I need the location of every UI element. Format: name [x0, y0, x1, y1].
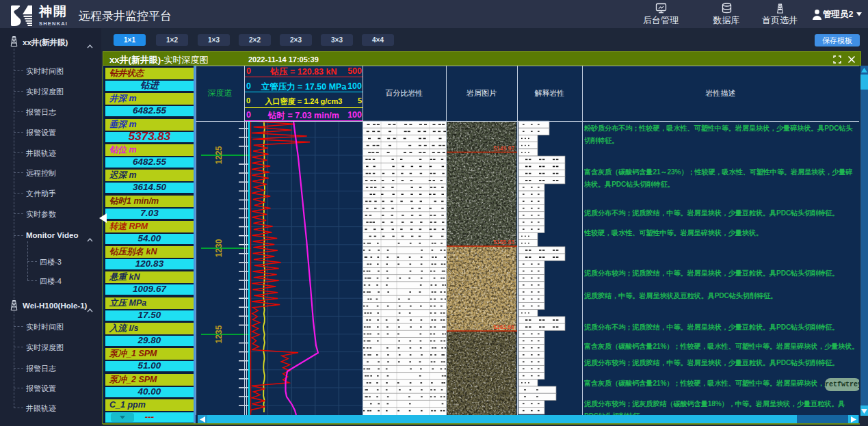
svg-text:5149.97: 5149.97 — [493, 145, 514, 152]
svg-text:5161.66: 5161.66 — [493, 323, 514, 330]
svg-text:1225: 1225 — [214, 146, 224, 164]
svg-text:5155.83: 5155.83 — [493, 239, 514, 245]
svg-text:1230: 1230 — [214, 239, 224, 257]
svg-text:1235: 1235 — [214, 325, 224, 343]
